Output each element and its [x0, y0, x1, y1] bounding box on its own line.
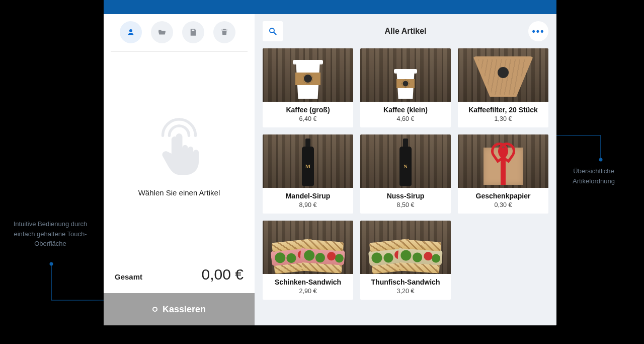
product-thumb: N	[360, 134, 451, 188]
product-meta: Geschenkpapier0,30 €	[458, 188, 548, 214]
product-card[interactable]: Thunfisch-Sandwich3,20 €	[360, 221, 451, 300]
customer-button[interactable]	[120, 21, 142, 43]
product-meta: Mandel-Sirup8,90 €	[263, 188, 353, 214]
product-thumb	[360, 221, 451, 274]
product-name: Kaffeefilter, 20 Stück	[461, 106, 545, 114]
product-price: 6,40 €	[266, 115, 350, 122]
product-name: Geschenkpapier	[461, 192, 545, 200]
sidebar-toolbar	[111, 14, 248, 52]
product-card[interactable]: Kaffeefilter, 20 Stück1,30 €	[458, 48, 548, 127]
product-name: Thunfisch-Sandwich	[363, 278, 448, 286]
product-card[interactable]: MMandel-Sirup8,90 €	[263, 134, 353, 214]
product-price: 4,60 €	[363, 115, 448, 122]
pos-app-window: Wählen Sie einen Artikel Gesamt 0,00 € K…	[104, 0, 556, 325]
product-meta: Thunfisch-Sandwich3,20 €	[360, 274, 451, 300]
product-thumb	[458, 48, 548, 102]
product-price: 0,30 €	[461, 201, 545, 209]
product-meta: Schinken-Sandwich2,90 €	[263, 274, 353, 300]
product-name: Kaffee (klein)	[363, 106, 448, 114]
product-price: 3,20 €	[363, 288, 448, 295]
product-meta: Nuss-Sirup8,50 €	[360, 188, 451, 214]
save-icon	[189, 28, 198, 37]
empty-cart-prompt: Wählen Sie einen Artikel	[138, 188, 220, 197]
open-button[interactable]	[151, 21, 173, 43]
window-titlebar	[104, 0, 556, 14]
svg-line-5	[274, 32, 276, 35]
product-thumb	[360, 48, 451, 102]
annotation-left: Intuitive Bedienung durch einfach gehalt…	[10, 219, 91, 249]
product-name: Nuss-Sirup	[363, 192, 448, 200]
total-amount: 0,00 €	[202, 266, 244, 283]
total-label: Gesamt	[115, 272, 142, 281]
product-name: Kaffee (groß)	[266, 106, 350, 114]
cart-total-row: Gesamt 0,00 €	[104, 259, 255, 293]
trash-icon	[220, 28, 229, 37]
product-thumb	[263, 221, 353, 274]
folder-open-icon	[157, 28, 167, 37]
more-icon: •••	[532, 26, 545, 37]
product-card[interactable]: Kaffee (klein)4,60 €	[360, 48, 451, 127]
product-meta: Kaffee (klein)4,60 €	[360, 102, 451, 127]
product-card[interactable]: Kaffee (groß)6,40 €	[263, 48, 353, 127]
product-price: 1,30 €	[461, 115, 545, 122]
cart-sidebar: Wählen Sie einen Artikel Gesamt 0,00 € K…	[104, 14, 255, 325]
touch-hand-icon	[146, 114, 212, 179]
svg-point-0	[50, 262, 53, 266]
product-card[interactable]: Geschenkpapier0,30 €	[458, 134, 548, 214]
product-thumb	[263, 48, 353, 102]
product-header: Alle Artikel •••	[255, 14, 556, 48]
category-title: Alle Artikel	[289, 27, 522, 36]
product-meta: Kaffeefilter, 20 Stück1,30 €	[458, 102, 548, 127]
search-icon	[268, 27, 277, 36]
delete-button[interactable]	[213, 21, 235, 43]
product-thumb	[458, 134, 548, 188]
product-grid: Kaffee (groß)6,40 €Kaffee (klein)4,60 €K…	[255, 48, 556, 308]
product-name: Schinken-Sandwich	[266, 278, 350, 286]
product-card[interactable]: Schinken-Sandwich2,90 €	[263, 221, 353, 300]
annotation-right: Übersichtliche Artikelordnung	[553, 166, 634, 186]
search-button[interactable]	[263, 21, 283, 41]
checkout-indicator-icon	[152, 307, 157, 312]
cart-empty-state: Wählen Sie einen Artikel	[104, 52, 255, 259]
product-thumb: M	[263, 134, 353, 188]
product-name: Mandel-Sirup	[266, 192, 350, 200]
svg-point-3	[599, 158, 603, 162]
checkout-label: Kassieren	[163, 304, 206, 315]
product-price: 2,90 €	[266, 288, 350, 295]
save-button[interactable]	[182, 21, 204, 43]
product-price: 8,50 €	[363, 201, 448, 209]
checkout-button[interactable]: Kassieren	[104, 293, 255, 325]
person-icon	[126, 28, 135, 37]
product-price: 8,90 €	[266, 201, 350, 209]
product-card[interactable]: NNuss-Sirup8,50 €	[360, 134, 451, 214]
more-button[interactable]: •••	[528, 21, 548, 41]
product-meta: Kaffee (groß)6,40 €	[263, 102, 353, 127]
product-panel: Alle Artikel ••• Kaffee (groß)6,40 €Kaff…	[255, 14, 556, 325]
